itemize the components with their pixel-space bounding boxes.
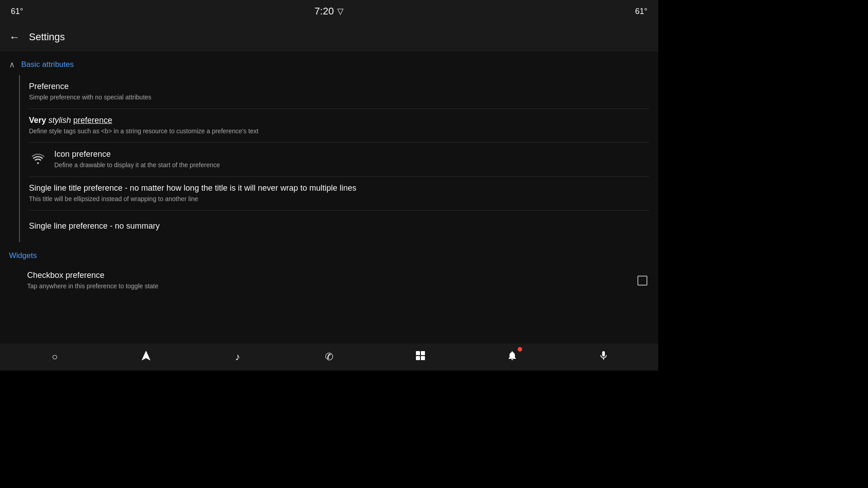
- basic-attributes-group: Preference Simple preference with no spe…: [19, 75, 658, 242]
- single-line-title-item[interactable]: Single line title preference - no matter…: [20, 177, 658, 210]
- wifi-preference-icon: [29, 153, 47, 166]
- phone-nav-item[interactable]: ✆: [316, 343, 343, 371]
- main-content: ∧ Basic attributes Preference Simple pre…: [0, 52, 658, 343]
- mic-nav-item[interactable]: [590, 343, 617, 371]
- svg-marker-0: [142, 351, 150, 360]
- single-line-no-summary-title: Single line preference - no summary: [29, 221, 647, 231]
- navigation-icon: [140, 350, 152, 364]
- svg-rect-2: [421, 351, 425, 355]
- temp-left: 61°: [11, 7, 23, 16]
- home-icon: ○: [52, 351, 57, 363]
- wifi-status-icon: ▽: [337, 6, 344, 16]
- stylish-preference-item[interactable]: Very stylish preference Define style tag…: [20, 109, 658, 142]
- preference-text: Preference Simple preference with no spe…: [29, 81, 647, 102]
- svg-rect-1: [416, 351, 420, 355]
- back-button[interactable]: ←: [9, 31, 20, 43]
- stylish-preference-title: Very stylish preference: [29, 115, 647, 126]
- icon-preference-summary: Define a drawable to display it at the s…: [54, 161, 647, 170]
- bell-notification-badge: [518, 347, 522, 352]
- checkbox-preference-title: Checkbox preference: [27, 270, 630, 281]
- preference-summary: Simple preference with no special attrib…: [29, 93, 647, 102]
- bell-icon: [507, 350, 518, 364]
- checkbox-preference-item[interactable]: Checkbox preference Tap anywhere in this…: [0, 264, 658, 297]
- single-line-title-summary: This title will be ellipsized instead of…: [29, 195, 647, 204]
- top-bar: ← Settings: [0, 23, 658, 52]
- phone-icon: ✆: [325, 351, 333, 363]
- stylish-preference-summary: Define style tags such as <b> in a strin…: [29, 127, 647, 136]
- icon-preference-item[interactable]: Icon preference Define a drawable to dis…: [20, 143, 658, 176]
- single-line-title-text: Single line title preference - no matter…: [29, 183, 647, 204]
- status-bar: 61° 7:20 ▽ 61°: [0, 0, 658, 23]
- icon-preference-title: Icon preference: [54, 149, 647, 160]
- single-line-no-summary-text: Single line preference - no summary: [29, 221, 647, 231]
- basic-attributes-title: Basic attributes: [21, 60, 74, 69]
- grid-nav-item[interactable]: [407, 343, 434, 371]
- mic-icon: [598, 350, 609, 364]
- preference-item[interactable]: Preference Simple preference with no spe…: [20, 75, 658, 108]
- single-line-no-summary-item[interactable]: Single line preference - no summary: [20, 211, 658, 242]
- navigation-nav-item[interactable]: [132, 343, 160, 371]
- preference-title: Preference: [29, 81, 647, 92]
- home-nav-item[interactable]: ○: [41, 343, 68, 371]
- single-line-title: Single line title preference - no matter…: [29, 183, 617, 193]
- checkbox-widget-container: [637, 276, 647, 286]
- checkbox-preference-text: Checkbox preference Tap anywhere in this…: [27, 270, 630, 291]
- svg-rect-4: [421, 356, 425, 360]
- time-display: 7:20: [315, 5, 334, 17]
- bell-nav-item[interactable]: [499, 343, 526, 371]
- basic-attributes-header[interactable]: ∧ Basic attributes: [0, 52, 658, 75]
- widgets-header[interactable]: Widgets: [0, 242, 658, 264]
- checkbox-preference-summary: Tap anywhere in this preference to toggl…: [27, 282, 630, 291]
- widgets-title: Widgets: [9, 251, 37, 260]
- music-nav-item[interactable]: ♪: [224, 343, 251, 371]
- status-bar-center: 7:20 ▽: [315, 5, 344, 17]
- bottom-nav: ○ ♪ ✆: [0, 343, 658, 371]
- temp-right: 61°: [635, 7, 647, 16]
- checkbox-widget[interactable]: [637, 276, 647, 286]
- grid-icon: [415, 350, 426, 364]
- page-title: Settings: [29, 31, 65, 43]
- stylish-preference-text: Very stylish preference Define style tag…: [29, 115, 647, 136]
- basic-attributes-chevron[interactable]: ∧: [9, 60, 15, 70]
- music-icon: ♪: [235, 351, 240, 363]
- icon-preference-text: Icon preference Define a drawable to dis…: [54, 149, 647, 170]
- svg-rect-3: [416, 356, 420, 360]
